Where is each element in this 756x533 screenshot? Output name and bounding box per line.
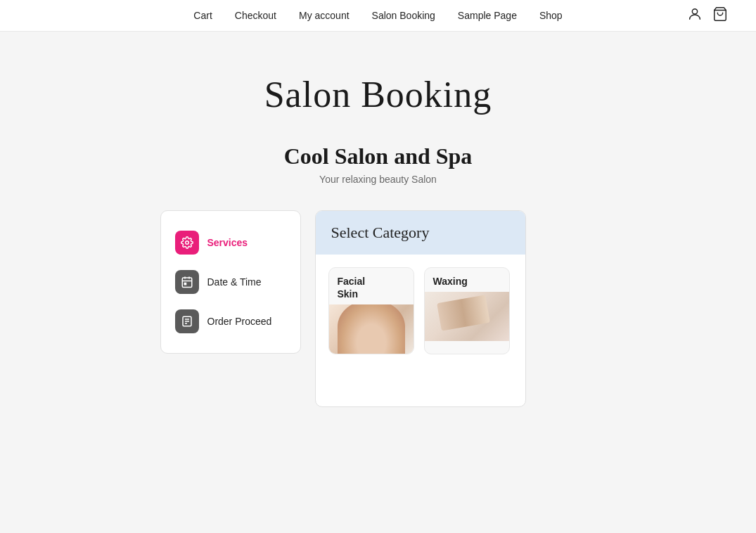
step-order-label: Order Proceed — [207, 316, 272, 327]
step-services-label: Services — [207, 237, 248, 248]
step-datetime[interactable]: Date & Time — [175, 270, 286, 294]
category-card-facial-skin[interactable]: FacialSkin — [328, 267, 414, 354]
nav-link-cart[interactable]: Cart — [193, 10, 212, 21]
datetime-icon — [175, 270, 199, 294]
nav-link-checkout[interactable]: Checkout — [235, 10, 276, 21]
category-card-waxing[interactable]: Waxing — [424, 267, 510, 354]
svg-rect-3 — [182, 278, 192, 288]
svg-point-0 — [692, 8, 697, 13]
category-panel: Select Category FacialSkin Waxing — [315, 210, 526, 407]
step-order[interactable]: Order Proceed — [175, 309, 286, 333]
services-icon — [175, 231, 199, 255]
cart-icon[interactable] — [712, 6, 728, 25]
nav-link-shop[interactable]: Shop — [539, 10, 563, 21]
main-content: Salon Booking Cool Salon and Spa Your re… — [0, 32, 756, 435]
category-grid: FacialSkin Waxing — [316, 255, 525, 368]
step-datetime-label: Date & Time — [207, 276, 262, 288]
svg-point-2 — [185, 241, 188, 245]
facial-skin-image — [329, 304, 414, 354]
nav-link-sample-page[interactable]: Sample Page — [458, 10, 517, 21]
category-header: Select Category — [316, 211, 525, 255]
salon-name: Cool Salon and Spa — [284, 143, 473, 169]
waxing-label: Waxing — [425, 268, 509, 292]
main-nav: Cart Checkout My account Salon Booking S… — [0, 0, 756, 32]
order-icon — [175, 309, 199, 333]
steps-panel: Services Date & Time — [160, 210, 301, 354]
svg-rect-7 — [184, 283, 186, 285]
salon-tagline: Your relaxing beauty Salon — [319, 174, 437, 185]
waxing-image — [425, 292, 509, 341]
page-title: Salon Booking — [264, 74, 492, 115]
step-services[interactable]: Services — [175, 231, 286, 255]
booking-wrapper: Services Date & Time — [160, 210, 596, 407]
nav-link-my-account[interactable]: My account — [299, 10, 350, 21]
user-icon[interactable] — [687, 6, 703, 25]
facial-skin-label: FacialSkin — [329, 268, 414, 304]
nav-link-salon-booking[interactable]: Salon Booking — [372, 10, 435, 21]
